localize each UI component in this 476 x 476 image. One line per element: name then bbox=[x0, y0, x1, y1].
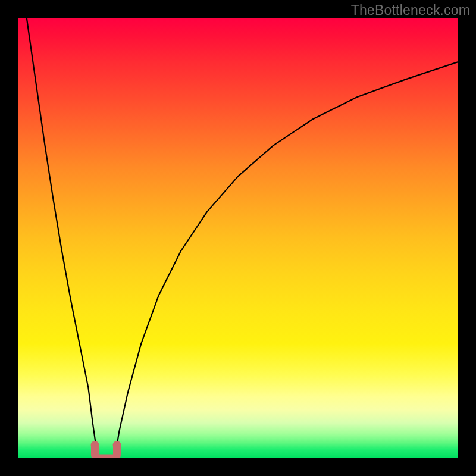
plot-area bbox=[18, 18, 458, 458]
valley-marker-cap bbox=[113, 441, 121, 449]
watermark-text: TheBottleneck.com bbox=[351, 2, 470, 18]
chart-frame: TheBottleneck.com bbox=[0, 0, 476, 476]
valley-marker-cap bbox=[91, 441, 99, 449]
curve-layer bbox=[18, 18, 458, 458]
bottleneck-curve bbox=[18, 18, 458, 458]
